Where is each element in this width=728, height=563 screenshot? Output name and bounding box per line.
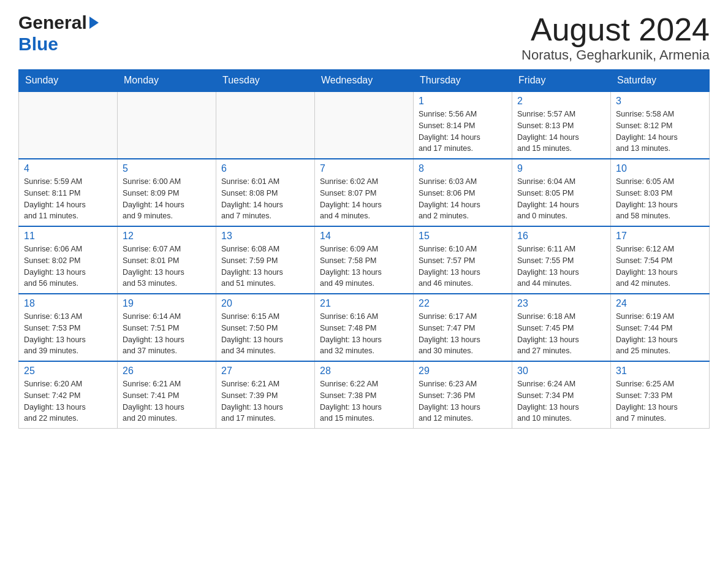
calendar-cell: 19Sunrise: 6:14 AM Sunset: 7:51 PM Dayli…: [118, 294, 216, 361]
day-number: 4: [24, 163, 112, 174]
day-number: 23: [517, 298, 605, 309]
day-info: Sunrise: 6:20 AM Sunset: 7:42 PM Dayligh…: [24, 378, 112, 424]
day-info: Sunrise: 6:24 AM Sunset: 7:34 PM Dayligh…: [517, 378, 605, 424]
calendar-cell: 7Sunrise: 6:02 AM Sunset: 8:07 PM Daylig…: [315, 159, 414, 226]
day-number: 29: [419, 366, 507, 377]
day-number: 3: [616, 96, 704, 107]
day-info: Sunrise: 6:03 AM Sunset: 8:06 PM Dayligh…: [419, 176, 507, 222]
day-number: 21: [320, 298, 408, 309]
week-row-1: 1Sunrise: 5:56 AM Sunset: 8:14 PM Daylig…: [19, 91, 710, 159]
calendar: SundayMondayTuesdayWednesdayThursdayFrid…: [18, 69, 710, 429]
day-number: 7: [320, 163, 408, 174]
calendar-cell: 9Sunrise: 6:04 AM Sunset: 8:05 PM Daylig…: [512, 159, 611, 226]
day-info: Sunrise: 5:58 AM Sunset: 8:12 PM Dayligh…: [616, 109, 704, 155]
day-info: Sunrise: 6:17 AM Sunset: 7:47 PM Dayligh…: [419, 311, 507, 357]
calendar-cell: 3Sunrise: 5:58 AM Sunset: 8:12 PM Daylig…: [611, 91, 710, 159]
calendar-cell: 2Sunrise: 5:57 AM Sunset: 8:13 PM Daylig…: [512, 91, 611, 159]
day-number: 2: [517, 96, 605, 107]
day-number: 31: [616, 366, 704, 377]
day-info: Sunrise: 6:25 AM Sunset: 7:33 PM Dayligh…: [616, 378, 704, 424]
day-info: Sunrise: 6:13 AM Sunset: 7:53 PM Dayligh…: [24, 311, 112, 357]
calendar-cell: 16Sunrise: 6:11 AM Sunset: 7:55 PM Dayli…: [512, 226, 611, 294]
day-info: Sunrise: 6:05 AM Sunset: 8:03 PM Dayligh…: [616, 176, 704, 222]
day-number: 14: [320, 231, 408, 242]
day-number: 9: [517, 163, 605, 174]
day-number: 24: [616, 298, 704, 309]
title-area: August 2024 Noratus, Gegharkunik, Armeni…: [521, 12, 710, 63]
calendar-cell: 28Sunrise: 6:22 AM Sunset: 7:38 PM Dayli…: [315, 361, 414, 429]
day-info: Sunrise: 5:56 AM Sunset: 8:14 PM Dayligh…: [419, 109, 507, 155]
day-number: 12: [123, 231, 211, 242]
day-info: Sunrise: 6:04 AM Sunset: 8:05 PM Dayligh…: [517, 176, 605, 222]
calendar-cell: [19, 91, 118, 159]
day-info: Sunrise: 6:21 AM Sunset: 7:41 PM Dayligh…: [123, 378, 211, 424]
day-number: 26: [123, 366, 211, 377]
day-info: Sunrise: 6:00 AM Sunset: 8:09 PM Dayligh…: [123, 176, 211, 222]
calendar-cell: 5Sunrise: 6:00 AM Sunset: 8:09 PM Daylig…: [118, 159, 216, 226]
day-number: 16: [517, 231, 605, 242]
month-year: August 2024: [521, 12, 710, 47]
day-number: 18: [24, 298, 112, 309]
day-info: Sunrise: 6:14 AM Sunset: 7:51 PM Dayligh…: [123, 311, 211, 357]
day-number: 25: [24, 366, 112, 377]
logo-general-text: General: [18, 12, 87, 34]
calendar-cell: 15Sunrise: 6:10 AM Sunset: 7:57 PM Dayli…: [414, 226, 512, 294]
calendar-cell: 18Sunrise: 6:13 AM Sunset: 7:53 PM Dayli…: [19, 294, 118, 361]
day-info: Sunrise: 6:06 AM Sunset: 8:02 PM Dayligh…: [24, 243, 112, 289]
logo-arrow-icon: [89, 17, 99, 29]
day-info: Sunrise: 6:09 AM Sunset: 7:58 PM Dayligh…: [320, 243, 408, 289]
calendar-cell: [315, 91, 414, 159]
calendar-cell: [118, 91, 216, 159]
calendar-cell: 26Sunrise: 6:21 AM Sunset: 7:41 PM Dayli…: [118, 361, 216, 429]
day-number: 15: [419, 231, 507, 242]
calendar-cell: 29Sunrise: 6:23 AM Sunset: 7:36 PM Dayli…: [414, 361, 512, 429]
day-header-thursday: Thursday: [414, 70, 512, 92]
calendar-cell: 1Sunrise: 5:56 AM Sunset: 8:14 PM Daylig…: [414, 91, 512, 159]
day-info: Sunrise: 6:07 AM Sunset: 8:01 PM Dayligh…: [123, 243, 211, 289]
day-info: Sunrise: 6:23 AM Sunset: 7:36 PM Dayligh…: [419, 378, 507, 424]
day-number: 1: [419, 96, 507, 107]
day-header-sunday: Sunday: [19, 70, 118, 92]
day-number: 13: [221, 231, 309, 242]
calendar-cell: 24Sunrise: 6:19 AM Sunset: 7:44 PM Dayli…: [611, 294, 710, 361]
week-row-3: 11Sunrise: 6:06 AM Sunset: 8:02 PM Dayli…: [19, 226, 710, 294]
day-header-tuesday: Tuesday: [216, 70, 315, 92]
day-info: Sunrise: 5:57 AM Sunset: 8:13 PM Dayligh…: [517, 109, 605, 155]
calendar-cell: 4Sunrise: 5:59 AM Sunset: 8:11 PM Daylig…: [19, 159, 118, 226]
day-header-saturday: Saturday: [611, 70, 710, 92]
day-info: Sunrise: 6:22 AM Sunset: 7:38 PM Dayligh…: [320, 378, 408, 424]
calendar-cell: 22Sunrise: 6:17 AM Sunset: 7:47 PM Dayli…: [414, 294, 512, 361]
day-info: Sunrise: 6:10 AM Sunset: 7:57 PM Dayligh…: [419, 243, 507, 289]
day-info: Sunrise: 6:19 AM Sunset: 7:44 PM Dayligh…: [616, 311, 704, 357]
day-number: 11: [24, 231, 112, 242]
week-row-4: 18Sunrise: 6:13 AM Sunset: 7:53 PM Dayli…: [19, 294, 710, 361]
day-info: Sunrise: 6:18 AM Sunset: 7:45 PM Dayligh…: [517, 311, 605, 357]
calendar-cell: [216, 91, 315, 159]
week-row-2: 4Sunrise: 5:59 AM Sunset: 8:11 PM Daylig…: [19, 159, 710, 226]
calendar-cell: 25Sunrise: 6:20 AM Sunset: 7:42 PM Dayli…: [19, 361, 118, 429]
calendar-cell: 14Sunrise: 6:09 AM Sunset: 7:58 PM Dayli…: [315, 226, 414, 294]
week-row-5: 25Sunrise: 6:20 AM Sunset: 7:42 PM Dayli…: [19, 361, 710, 429]
calendar-header-row: SundayMondayTuesdayWednesdayThursdayFrid…: [19, 70, 710, 92]
calendar-cell: 31Sunrise: 6:25 AM Sunset: 7:33 PM Dayli…: [611, 361, 710, 429]
calendar-cell: 10Sunrise: 6:05 AM Sunset: 8:03 PM Dayli…: [611, 159, 710, 226]
logo-blue-text: Blue: [18, 34, 58, 54]
day-info: Sunrise: 6:08 AM Sunset: 7:59 PM Dayligh…: [221, 243, 309, 289]
day-header-wednesday: Wednesday: [315, 70, 414, 92]
day-info: Sunrise: 5:59 AM Sunset: 8:11 PM Dayligh…: [24, 176, 112, 222]
calendar-cell: 30Sunrise: 6:24 AM Sunset: 7:34 PM Dayli…: [512, 361, 611, 429]
day-number: 30: [517, 366, 605, 377]
calendar-cell: 6Sunrise: 6:01 AM Sunset: 8:08 PM Daylig…: [216, 159, 315, 226]
calendar-cell: 12Sunrise: 6:07 AM Sunset: 8:01 PM Dayli…: [118, 226, 216, 294]
day-info: Sunrise: 6:21 AM Sunset: 7:39 PM Dayligh…: [221, 378, 309, 424]
header: General Blue August 2024 Noratus, Geghar…: [18, 12, 710, 63]
day-number: 8: [419, 163, 507, 174]
logo: General Blue: [18, 12, 100, 55]
day-header-friday: Friday: [512, 70, 611, 92]
day-number: 10: [616, 163, 704, 174]
location: Noratus, Gegharkunik, Armenia: [521, 47, 710, 63]
day-number: 6: [221, 163, 309, 174]
calendar-cell: 13Sunrise: 6:08 AM Sunset: 7:59 PM Dayli…: [216, 226, 315, 294]
calendar-cell: 23Sunrise: 6:18 AM Sunset: 7:45 PM Dayli…: [512, 294, 611, 361]
day-info: Sunrise: 6:11 AM Sunset: 7:55 PM Dayligh…: [517, 243, 605, 289]
